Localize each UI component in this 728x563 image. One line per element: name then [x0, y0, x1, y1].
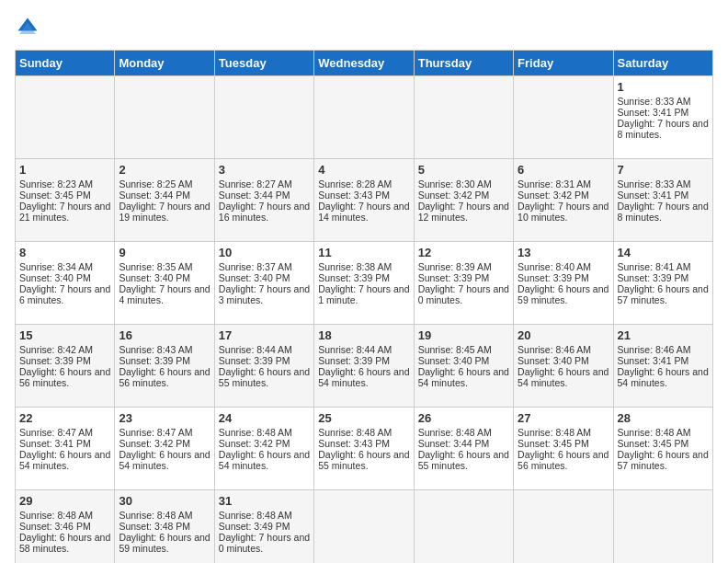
calendar-cell: 31 Sunrise: 8:48 AM Sunset: 3:49 PM Dayl…	[214, 490, 313, 564]
calendar-header-row: SundayMondayTuesdayWednesdayThursdayFrid…	[16, 51, 713, 76]
calendar-cell: 10 Sunrise: 8:37 AM Sunset: 3:40 PM Dayl…	[214, 242, 313, 325]
sunrise: Sunrise: 8:39 AM	[418, 261, 492, 272]
sunrise: Sunrise: 8:44 AM	[219, 344, 292, 355]
daylight: Daylight: 6 hours and 58 minutes.	[19, 532, 110, 554]
sunset: Sunset: 3:41 PM	[618, 355, 689, 366]
sunset: Sunset: 3:41 PM	[618, 190, 689, 201]
day-number: 17	[219, 328, 310, 342]
page-header	[15, 15, 713, 40]
daylight: Daylight: 6 hours and 57 minutes.	[618, 283, 709, 305]
calendar-cell	[414, 490, 513, 564]
calendar-cell: 11 Sunrise: 8:38 AM Sunset: 3:39 PM Dayl…	[314, 242, 414, 325]
day-number: 21	[618, 328, 709, 342]
sunrise: Sunrise: 8:45 AM	[418, 344, 492, 355]
header-thursday: Thursday	[414, 51, 513, 76]
daylight: Daylight: 6 hours and 57 minutes.	[618, 449, 709, 471]
sunset: Sunset: 3:39 PM	[318, 355, 390, 366]
daylight: Daylight: 7 hours and 8 minutes.	[618, 201, 709, 223]
sunrise: Sunrise: 8:46 AM	[618, 344, 691, 355]
calendar-cell: 24 Sunrise: 8:48 AM Sunset: 3:42 PM Dayl…	[214, 408, 313, 490]
sunset: Sunset: 3:42 PM	[418, 190, 490, 201]
sunrise: Sunrise: 8:48 AM	[119, 510, 192, 521]
daylight: Daylight: 6 hours and 54 minutes.	[618, 366, 709, 388]
calendar-week-row: 8 Sunrise: 8:34 AM Sunset: 3:40 PM Dayli…	[16, 242, 713, 325]
calendar-cell: 30 Sunrise: 8:48 AM Sunset: 3:48 PM Dayl…	[115, 490, 214, 564]
header-tuesday: Tuesday	[214, 51, 313, 76]
daylight: Daylight: 6 hours and 56 minutes.	[119, 366, 210, 388]
sunset: Sunset: 3:43 PM	[318, 438, 390, 449]
logo-icon	[15, 15, 40, 40]
calendar-cell: 9 Sunrise: 8:35 AM Sunset: 3:40 PM Dayli…	[115, 242, 214, 325]
sunset: Sunset: 3:39 PM	[618, 272, 689, 283]
calendar-cell: 4 Sunrise: 8:28 AM Sunset: 3:43 PM Dayli…	[314, 159, 414, 242]
calendar-cell: 1 Sunrise: 8:33 AM Sunset: 3:41 PM Dayli…	[613, 76, 712, 159]
day-number: 1	[618, 80, 709, 94]
sunrise: Sunrise: 8:48 AM	[618, 427, 691, 438]
sunset: Sunset: 3:41 PM	[19, 438, 91, 449]
calendar-cell: 19 Sunrise: 8:45 AM Sunset: 3:40 PM Dayl…	[414, 325, 513, 408]
sunset: Sunset: 3:45 PM	[19, 190, 91, 201]
sunrise: Sunrise: 8:37 AM	[219, 261, 292, 272]
calendar-cell: 2 Sunrise: 8:25 AM Sunset: 3:44 PM Dayli…	[115, 159, 214, 242]
day-number: 28	[618, 411, 709, 425]
calendar-cell: 12 Sunrise: 8:39 AM Sunset: 3:39 PM Dayl…	[414, 242, 513, 325]
sunset: Sunset: 3:45 PM	[518, 438, 589, 449]
day-number: 11	[318, 246, 409, 259]
sunset: Sunset: 3:39 PM	[518, 272, 589, 283]
calendar-cell: 15 Sunrise: 8:42 AM Sunset: 3:39 PM Dayl…	[16, 325, 115, 408]
sunrise: Sunrise: 8:47 AM	[19, 427, 93, 438]
calendar-cell: 27 Sunrise: 8:48 AM Sunset: 3:45 PM Dayl…	[514, 408, 613, 490]
sunrise: Sunrise: 8:48 AM	[219, 427, 292, 438]
calendar-cell: 6 Sunrise: 8:31 AM Sunset: 3:42 PM Dayli…	[514, 159, 613, 242]
sunrise: Sunrise: 8:31 AM	[518, 178, 591, 190]
daylight: Daylight: 6 hours and 54 minutes.	[318, 366, 409, 388]
day-number: 16	[119, 328, 210, 342]
sunset: Sunset: 3:40 PM	[518, 355, 589, 366]
daylight: Daylight: 7 hours and 0 minutes.	[219, 532, 310, 554]
sunrise: Sunrise: 8:28 AM	[318, 178, 392, 190]
day-number: 9	[119, 246, 210, 259]
day-number: 15	[19, 328, 110, 342]
calendar-cell	[514, 76, 613, 159]
calendar-cell: 16 Sunrise: 8:43 AM Sunset: 3:39 PM Dayl…	[115, 325, 214, 408]
daylight: Daylight: 6 hours and 55 minutes.	[219, 366, 310, 388]
daylight: Daylight: 6 hours and 54 minutes.	[518, 366, 609, 388]
daylight: Daylight: 7 hours and 10 minutes.	[518, 201, 609, 223]
calendar-cell	[214, 76, 313, 159]
calendar-cell: 7 Sunrise: 8:33 AM Sunset: 3:41 PM Dayli…	[613, 159, 712, 242]
sunrise: Sunrise: 8:38 AM	[318, 261, 392, 272]
sunset: Sunset: 3:46 PM	[19, 521, 91, 532]
calendar-cell: 25 Sunrise: 8:48 AM Sunset: 3:43 PM Dayl…	[314, 408, 414, 490]
sunrise: Sunrise: 8:40 AM	[518, 261, 591, 272]
day-number: 25	[318, 411, 409, 425]
calendar-cell: 14 Sunrise: 8:41 AM Sunset: 3:39 PM Dayl…	[613, 242, 712, 325]
day-number: 1	[19, 163, 110, 177]
sunset: Sunset: 3:42 PM	[119, 438, 190, 449]
sunset: Sunset: 3:44 PM	[418, 438, 490, 449]
header-monday: Monday	[115, 51, 214, 76]
daylight: Daylight: 7 hours and 4 minutes.	[119, 283, 210, 305]
daylight: Daylight: 6 hours and 54 minutes.	[219, 449, 310, 471]
sunset: Sunset: 3:40 PM	[418, 355, 490, 366]
sunset: Sunset: 3:39 PM	[318, 272, 390, 283]
daylight: Daylight: 6 hours and 54 minutes.	[418, 366, 509, 388]
calendar-cell: 29 Sunrise: 8:48 AM Sunset: 3:46 PM Dayl…	[16, 490, 115, 564]
day-number: 8	[19, 246, 110, 259]
calendar-cell: 21 Sunrise: 8:46 AM Sunset: 3:41 PM Dayl…	[613, 325, 712, 408]
daylight: Daylight: 7 hours and 6 minutes.	[19, 283, 110, 305]
sunrise: Sunrise: 8:48 AM	[318, 427, 392, 438]
daylight: Daylight: 6 hours and 55 minutes.	[418, 449, 509, 471]
sunset: Sunset: 3:42 PM	[219, 438, 290, 449]
day-number: 7	[618, 163, 709, 177]
calendar-table: SundayMondayTuesdayWednesdayThursdayFrid…	[15, 50, 713, 563]
day-number: 18	[318, 328, 409, 342]
sunset: Sunset: 3:43 PM	[318, 190, 390, 201]
sunrise: Sunrise: 8:42 AM	[19, 344, 93, 355]
sunset: Sunset: 3:40 PM	[219, 272, 290, 283]
calendar-week-row: 15 Sunrise: 8:42 AM Sunset: 3:39 PM Dayl…	[16, 325, 713, 408]
sunrise: Sunrise: 8:23 AM	[19, 178, 93, 190]
day-number: 4	[318, 163, 409, 177]
day-number: 3	[219, 163, 310, 177]
day-number: 23	[119, 411, 210, 425]
calendar-cell: 5 Sunrise: 8:30 AM Sunset: 3:42 PM Dayli…	[414, 159, 513, 242]
